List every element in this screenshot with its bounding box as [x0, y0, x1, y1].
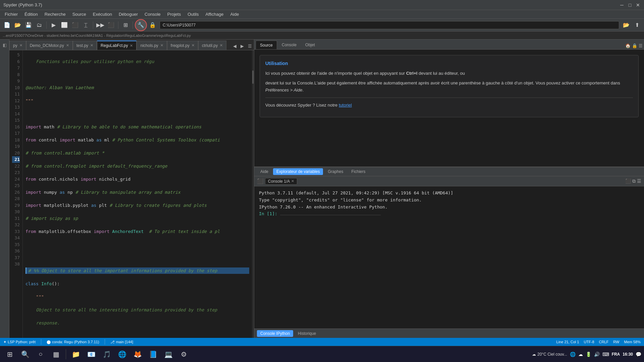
- run-cell-advance-button[interactable]: ⬛: [70, 20, 80, 30]
- tab-objet[interactable]: Objet: [301, 41, 319, 49]
- taskbar-widgets[interactable]: ▦: [49, 347, 63, 361]
- open-file-button[interactable]: 📂: [13, 20, 23, 30]
- tab-ctrlutil[interactable]: ctrlutil.py ✕: [198, 41, 226, 50]
- clock-display: 16:30: [623, 352, 633, 357]
- run-button[interactable]: ▶: [49, 20, 59, 30]
- bp-tab-fichiers[interactable]: Fichiers: [348, 168, 369, 175]
- taskbar-firefox[interactable]: 🦊: [130, 347, 145, 361]
- console-tab-1[interactable]: Console 1/A ✕: [265, 178, 297, 185]
- new-file-button[interactable]: 📄: [2, 20, 12, 30]
- tab-console-help[interactable]: Console: [278, 41, 301, 49]
- tab-demo-dcmotor[interactable]: Demo_DCMotor.py ✕: [26, 41, 73, 50]
- status-mem: Mem 58%: [624, 340, 641, 344]
- branch-icon: ⎇: [110, 340, 115, 344]
- menu-aide[interactable]: Aide: [227, 11, 241, 17]
- tabs-next-button[interactable]: ▶: [238, 42, 246, 50]
- bp-tab-graphes[interactable]: Graphes: [324, 168, 346, 175]
- help-para-2: devant lui sur la Console.L'aide peut ég…: [265, 80, 633, 94]
- tab-regulabfct-close[interactable]: ✕: [130, 44, 133, 48]
- menu-source[interactable]: Source: [70, 11, 89, 17]
- tab-regulabfct[interactable]: ReguLabFct.py ✕: [97, 41, 137, 50]
- taskbar-spotify[interactable]: 🎵: [100, 347, 114, 361]
- toolbar-sep-1: [46, 21, 47, 29]
- scroll-thumb[interactable]: [252, 70, 254, 84]
- help-home-button[interactable]: 🏠: [625, 43, 631, 48]
- taskbar-outlook[interactable]: 📧: [84, 347, 98, 361]
- save-all-button[interactable]: 🗂: [34, 20, 44, 30]
- path-bar: C:\Users\P150077: [160, 21, 619, 29]
- taskbar-chrome[interactable]: 🌐: [115, 347, 129, 361]
- tab-test-close[interactable]: ✕: [90, 43, 93, 48]
- taskbar-task-view[interactable]: ○: [34, 347, 48, 361]
- close-button[interactable]: ✕: [635, 2, 641, 8]
- console-menu-button[interactable]: ☰: [637, 178, 641, 184]
- tutorial-link[interactable]: tutoriel: [339, 103, 352, 108]
- console-ipython-tab[interactable]: Console IPython: [257, 330, 293, 337]
- maximize-button[interactable]: □: [627, 2, 633, 8]
- stop-button[interactable]: ⬛: [106, 20, 116, 30]
- window-controls[interactable]: ─ □ ✕: [619, 2, 641, 8]
- help-utilisation-box: Utilisation Ici vous pouvez obtenir de l…: [260, 55, 639, 117]
- tab-freqplot[interactable]: freqplot.py ✕: [167, 41, 198, 50]
- historique-tab[interactable]: Historique: [294, 330, 319, 337]
- taskbar-search-button[interactable]: 🔍: [18, 347, 32, 361]
- debug-run-button[interactable]: ▶▶: [95, 20, 105, 30]
- tab-py-close[interactable]: ✕: [19, 43, 22, 48]
- tab-py-label: py: [13, 43, 17, 48]
- code-content[interactable]: Fonctions utiles pour utiliser python en…: [23, 50, 252, 338]
- tab-regulabfct-label: ReguLabFct.py: [101, 43, 128, 48]
- console-stop-button[interactable]: ⬛: [625, 178, 631, 184]
- taskbar-settings[interactable]: ⚙: [177, 347, 191, 361]
- taskbar-explorer[interactable]: 📁: [69, 347, 83, 361]
- menu-outils[interactable]: Outils: [185, 11, 201, 17]
- panel-toggle-button[interactable]: ◧: [1, 41, 9, 49]
- help-menu-button[interactable]: ☰: [639, 43, 643, 48]
- console-copy-button[interactable]: ⧉: [632, 178, 636, 184]
- save-button[interactable]: 💾: [23, 20, 34, 30]
- menu-debuguer[interactable]: Déboguer: [116, 11, 141, 17]
- menu-edition[interactable]: Édition: [22, 11, 41, 17]
- help-lock-button[interactable]: 🔒: [632, 43, 637, 48]
- path-browse-button[interactable]: 📂: [621, 20, 631, 30]
- console-bottom-tabs: Console IPython Historique: [254, 328, 644, 338]
- tab-py[interactable]: py ✕: [9, 41, 26, 50]
- minimize-button[interactable]: ─: [619, 2, 625, 8]
- title-bar: Spyder (Python 3.7) ─ □ ✕: [0, 0, 644, 10]
- menu-execution[interactable]: Exécution: [90, 11, 115, 17]
- menu-fichier[interactable]: Fichier: [2, 11, 20, 17]
- maximize-editor-button[interactable]: ⊞: [120, 20, 130, 30]
- tab-freqplot-label: freqplot.py: [171, 43, 190, 48]
- tab-source[interactable]: Source: [256, 41, 277, 49]
- tabs-prev-button[interactable]: ◀: [231, 42, 238, 50]
- taskbar-start-button[interactable]: ⊞: [3, 347, 17, 361]
- tab-nichols-label: nichols.py: [140, 43, 158, 48]
- run-cell-button[interactable]: ⬜: [59, 20, 69, 30]
- cursor-button[interactable]: ⌶: [81, 20, 91, 30]
- tab-demo-close[interactable]: ✕: [66, 43, 69, 48]
- bp-tab-explorateur[interactable]: Explorateur de variables: [273, 168, 323, 175]
- lock-button[interactable]: 🔒: [148, 20, 158, 30]
- notification-button[interactable]: 💬: [636, 352, 641, 357]
- tab-test[interactable]: test.py ✕: [73, 41, 97, 50]
- tab-freqplot-close[interactable]: ✕: [192, 43, 195, 48]
- tab-ctrlutil-close[interactable]: ✕: [220, 43, 223, 48]
- console-prompt[interactable]: In [1]:: [259, 210, 639, 218]
- bp-tab-aide[interactable]: Aide: [257, 168, 272, 175]
- code-area[interactable]: 5 6 7 8 9 10 11 12 13 14 15 16 17 18 19 …: [9, 50, 254, 338]
- tools-wrench-button[interactable]: 🔧: [135, 19, 147, 31]
- menu-recherche[interactable]: Recherche: [42, 11, 68, 17]
- console-tab-close[interactable]: ✕: [291, 179, 294, 183]
- taskbar-vscode[interactable]: 💻: [161, 347, 175, 361]
- menu-projets[interactable]: Projets: [165, 11, 183, 17]
- menu-console[interactable]: Console: [142, 11, 163, 17]
- taskbar-teams[interactable]: 📘: [146, 347, 160, 361]
- console-output[interactable]: Python 3.7.11 (default, Jul 27 2021, 09:…: [254, 186, 644, 328]
- menu-affichage[interactable]: Affichage: [203, 11, 226, 17]
- tab-nichols-close[interactable]: ✕: [160, 43, 163, 48]
- tabs-more-button[interactable]: ☰: [246, 42, 254, 50]
- tab-nichols[interactable]: nichols.py ✕: [137, 41, 167, 50]
- status-eol: CRLF: [599, 340, 609, 344]
- path-up-button[interactable]: ⬆: [632, 20, 642, 30]
- console-line-1: Python 3.7.11 (default, Jul 27 2021, 09:…: [259, 190, 639, 197]
- left-panel-toggle: ◧: [0, 40, 9, 338]
